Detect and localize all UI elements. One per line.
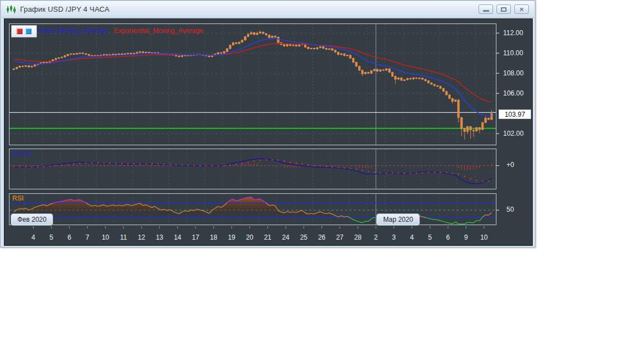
ema-blue-swatch-button[interactable] xyxy=(25,28,32,35)
window-title: График USD /JPY 4 ЧАСА xyxy=(20,5,110,13)
date-label: 24 xyxy=(282,234,290,241)
date-label: 26 xyxy=(318,234,326,241)
date-label: 28 xyxy=(354,234,362,241)
date-label: 27 xyxy=(336,234,344,241)
restore-icon xyxy=(501,7,506,12)
macd-zero-axis-label: +0 xyxy=(506,161,514,169)
date-label: 14 xyxy=(174,234,182,241)
price-tick-label: 106.00 xyxy=(503,89,524,97)
date-label: 5 xyxy=(428,234,432,241)
date-label: 25 xyxy=(300,234,308,241)
date-label: 10 xyxy=(480,234,488,241)
candlestick-chart-icon xyxy=(6,4,17,15)
price-tick-label: 112.00 xyxy=(503,29,523,37)
date-label: 18 xyxy=(210,234,217,241)
price-tick-label: 102.00 xyxy=(503,130,524,137)
price-panel xyxy=(9,23,496,145)
macd-panel xyxy=(9,149,496,189)
current-price-label: 103.97 xyxy=(499,109,531,119)
ema-fast-legend-label: ential_Moving_Average xyxy=(37,27,107,35)
date-label: 6 xyxy=(446,234,450,241)
price-tick-label: 110.00 xyxy=(503,49,523,57)
date-label: 11 xyxy=(120,234,127,241)
chart-window: График USD /JPY 4 ЧАСА × 112.00110.00108… xyxy=(0,0,536,247)
date-label: 10 xyxy=(102,234,110,241)
ema-red-swatch-button[interactable] xyxy=(16,28,23,35)
ema-slow-legend-label: Exponential_Moving_Average xyxy=(114,27,203,35)
minimize-button[interactable] xyxy=(479,4,493,14)
date-label: 4 xyxy=(410,234,414,241)
close-icon: × xyxy=(519,6,524,13)
restore-button[interactable] xyxy=(496,4,511,14)
date-label: 2 xyxy=(374,234,378,241)
title-bar[interactable]: График USD /JPY 4 ЧАСА × xyxy=(1,1,534,18)
month-label-feb: Фев 2020 xyxy=(11,214,53,225)
date-label: 3 xyxy=(392,234,396,241)
date-label: 6 xyxy=(68,234,72,241)
price-tick-label: 108.00 xyxy=(503,69,524,77)
date-label: 4 xyxy=(31,234,35,241)
date-label: 12 xyxy=(138,234,145,241)
rsi-panel xyxy=(9,193,496,225)
date-label: 7 xyxy=(86,234,89,241)
rsi-mid-axis-label: 50 xyxy=(506,206,514,213)
month-label-mar: Мар 2020 xyxy=(377,214,419,225)
date-label: 21 xyxy=(264,234,272,241)
date-label: 20 xyxy=(246,234,254,241)
date-label: 13 xyxy=(156,234,164,241)
date-label: 9 xyxy=(464,234,468,241)
legend-box xyxy=(11,25,37,37)
date-label: 19 xyxy=(228,234,236,241)
macd-indicator-label: MACD xyxy=(12,150,32,158)
rsi-indicator-label: RSI xyxy=(12,194,23,202)
date-label: 17 xyxy=(192,234,200,241)
chart-client-area: 112.00110.00108.00106.00102.004567101112… xyxy=(4,18,533,246)
date-axis: 4567101112131417181920212425262728234569… xyxy=(31,226,488,241)
close-button[interactable]: × xyxy=(514,4,529,14)
minimize-icon xyxy=(483,10,489,12)
date-label: 5 xyxy=(50,234,54,241)
